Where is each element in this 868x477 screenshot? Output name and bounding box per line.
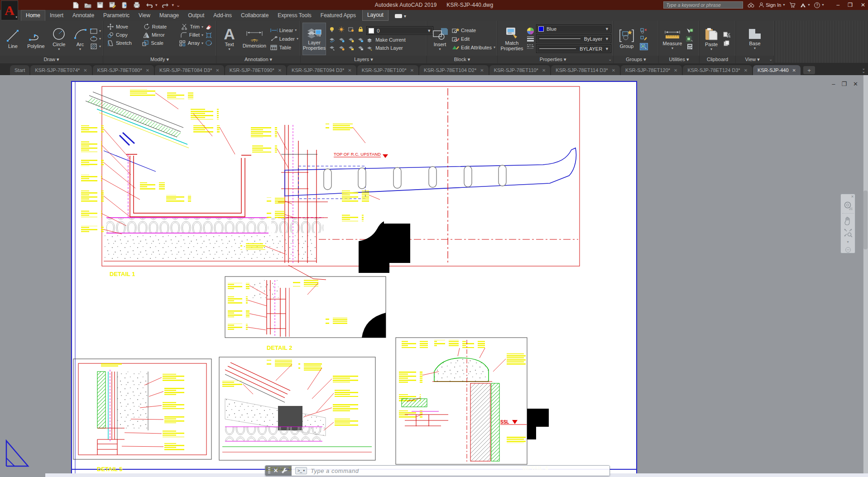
new-drawing-tab-button[interactable]: + — [803, 66, 815, 74]
measure-dropdown-icon[interactable]: ▾ — [671, 47, 673, 50]
circle-dropdown-icon[interactable]: ▾ — [58, 48, 60, 51]
drawing-canvas[interactable]: – ❐ ✕ — [0, 75, 868, 477]
hatch-tool[interactable]: ▾ — [90, 43, 101, 50]
copy-clip-icon[interactable] — [723, 40, 730, 46]
drag-grip-icon[interactable] — [268, 467, 270, 474]
layer-off2-icon[interactable] — [347, 37, 355, 43]
ribbon-display-toggle[interactable]: ▾ — [395, 14, 406, 21]
base-button[interactable]: Base ▾ — [743, 28, 767, 50]
app-store-cart-icon[interactable] — [789, 2, 796, 8]
file-tab[interactable]: KSR-SJP-78ET100*✕ — [357, 65, 418, 75]
panel-caption-draw[interactable]: Draw ▾ — [0, 56, 103, 63]
copy-button[interactable]: Copy — [107, 32, 140, 38]
paste-button[interactable]: Paste ▾ — [701, 27, 721, 51]
file-tab[interactable]: KSR-SJP-78ET124 D3*✕ — [683, 65, 752, 75]
command-close-icon[interactable]: ✕ — [273, 467, 278, 474]
steering-wheel-icon[interactable]: 2D — [844, 201, 853, 210]
select-similar-icon[interactable] — [686, 36, 693, 42]
close-tab-icon[interactable]: ✕ — [410, 68, 414, 73]
sign-in-dropdown-icon[interactable]: ▾ — [783, 3, 785, 7]
group-edit-icon[interactable] — [640, 35, 647, 42]
panel-caption-annotation[interactable]: Annotation ▾ — [216, 56, 300, 63]
trim-button[interactable]: Trim▾ — [181, 24, 212, 30]
edit-block-button[interactable]: Edit — [452, 36, 495, 42]
linetype-icon[interactable] — [527, 43, 534, 50]
make-current-button[interactable]: Make Current — [366, 37, 406, 43]
doc-minimize-button[interactable]: – — [832, 81, 835, 87]
lineweight-icon[interactable] — [527, 36, 534, 42]
layer-copy-icon[interactable] — [357, 45, 364, 51]
close-tab-icon[interactable]: ✕ — [348, 68, 351, 73]
properties-expander-icon[interactable]: ⌄ — [608, 56, 612, 63]
tab-featured-apps[interactable]: Featured Apps — [316, 10, 360, 21]
customize-wrench-icon[interactable] — [281, 467, 287, 474]
linetype-combo[interactable]: BYLAYER ▼ — [536, 44, 611, 53]
file-tab[interactable]: KSR-SJP-78ET080*✕ — [93, 65, 154, 75]
tab-parametric[interactable]: Parametric — [99, 10, 134, 21]
layer-walk-icon[interactable] — [328, 45, 336, 51]
zoom-extents-icon[interactable] — [844, 228, 853, 237]
match-properties-button[interactable]: Match Properties — [499, 27, 524, 51]
base-dropdown-icon[interactable]: ▾ — [754, 47, 756, 50]
scrollbar-thumb[interactable] — [863, 191, 868, 249]
erase-icon[interactable] — [205, 24, 212, 30]
array-button[interactable]: Array▾ — [179, 40, 212, 46]
close-tab-icon[interactable]: ✕ — [792, 68, 796, 73]
layer-off-icon[interactable] — [328, 26, 336, 33]
arc-dropdown-icon[interactable]: ▾ — [79, 48, 81, 51]
panel-caption-clipboard[interactable]: Clipboard — [700, 56, 735, 63]
fillet-button[interactable]: Fillet▾ — [180, 32, 212, 38]
circle-button[interactable]: Circle ▾ — [48, 27, 70, 51]
layer-select-combo[interactable]: 0 ▼ — [366, 26, 433, 35]
edit-attributes-button[interactable]: Edit Attributes▾ — [452, 44, 495, 51]
file-tab[interactable]: KSR-SJP-78ET120*✕ — [621, 65, 682, 75]
lineweight-combo[interactable]: ByLayer ▼ — [536, 34, 611, 43]
recent-commands-icon[interactable]: >_▾ — [295, 467, 307, 474]
close-tab-icon[interactable]: ✕ — [216, 68, 219, 73]
tab-annotate[interactable]: Annotate — [68, 10, 99, 21]
tab-collaborate[interactable]: Collaborate — [236, 10, 273, 21]
file-tab[interactable]: KSR-SJP-78ET090*✕ — [225, 65, 286, 75]
rotate-button[interactable]: Rotate — [143, 24, 178, 30]
view-expander-icon[interactable]: ⌄ — [769, 56, 772, 63]
file-tab[interactable]: KSR-SJP-78ET074*✕ — [30, 65, 91, 75]
insert-button[interactable]: Insert ▾ — [431, 27, 449, 51]
rectangle-tool[interactable]: ▾ — [90, 28, 101, 34]
layer-lock-icon[interactable] — [357, 26, 364, 33]
navbar-close-icon[interactable]: ✕ — [851, 195, 854, 199]
scale-button[interactable]: Scale — [142, 40, 176, 46]
group-selection-toggle-icon[interactable] — [640, 43, 648, 50]
panel-caption-layers[interactable]: Layers ▾ — [301, 56, 427, 63]
polyline-button[interactable]: Polyline — [25, 29, 47, 49]
tab-manage[interactable]: Manage — [155, 10, 183, 21]
arc-button[interactable]: Arc ▾ — [71, 27, 89, 51]
file-tab[interactable]: KSR-SJP-78ET084 D3*✕ — [155, 65, 224, 75]
layer-unlock-icon[interactable] — [347, 45, 355, 51]
panel-caption-modify[interactable]: Modify ▾ — [103, 56, 216, 63]
navbar-menu-icon[interactable] — [845, 247, 851, 253]
file-tab-active[interactable]: KSR-SJP-440✕ — [753, 65, 801, 75]
close-tab-icon[interactable]: ✕ — [542, 68, 546, 73]
help-search-input[interactable] — [663, 1, 743, 9]
text-button[interactable]: A Text ▾ — [220, 27, 239, 51]
quick-select-icon[interactable] — [686, 28, 693, 34]
application-menu-button[interactable]: A ▾ — [1, 0, 18, 20]
mirror-button[interactable]: Mirror — [143, 32, 177, 38]
ungroup-icon[interactable] — [640, 28, 647, 34]
zoom-dropdown-icon[interactable]: ▾ — [847, 240, 849, 244]
file-tab[interactable]: KSR-SJP-78ET110*✕ — [489, 65, 551, 75]
command-input-area[interactable]: >_▾ — [292, 466, 609, 476]
file-tab-start[interactable]: Start — [10, 65, 29, 75]
group-button[interactable]: Group — [615, 29, 638, 49]
insert-dropdown-icon[interactable]: ▾ — [439, 48, 441, 51]
quick-calculator-icon[interactable] — [686, 43, 693, 50]
move-button[interactable]: Move — [107, 24, 140, 30]
command-line-bar[interactable]: ✕ >_▾ — [265, 465, 610, 476]
close-tab-icon[interactable]: ✕ — [480, 68, 484, 73]
minimize-button[interactable]: – — [836, 2, 839, 8]
vertical-scrollbar[interactable] — [863, 75, 868, 477]
table-button[interactable]: Table — [270, 44, 298, 51]
autodesk-app-icon[interactable]: ▾ — [800, 3, 810, 8]
text-dropdown-icon[interactable]: ▾ — [228, 48, 230, 51]
layout-paper[interactable]: TOP OF R.C. UPSTAND — [71, 81, 637, 477]
